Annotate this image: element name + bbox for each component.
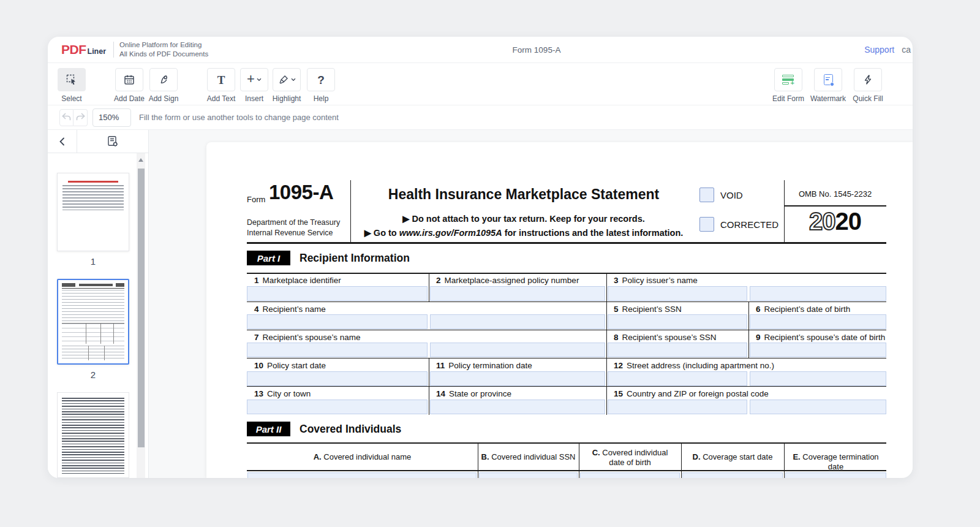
text-T-icon: T bbox=[217, 74, 225, 86]
add-text-tool[interactable]: T Add Text bbox=[207, 68, 235, 105]
omb-number: OMB No. 1545-2232 bbox=[784, 189, 886, 199]
input-field-12b[interactable] bbox=[750, 371, 886, 386]
pages-settings-icon bbox=[106, 135, 119, 148]
grid-rule bbox=[247, 386, 886, 387]
input-field-12a[interactable] bbox=[608, 371, 747, 386]
thumb1-text-lines bbox=[62, 185, 124, 211]
form-instruction-1: ▶ Do not attach to your tax return. Keep… bbox=[350, 214, 697, 224]
scroll-up-arrow-icon[interactable] bbox=[138, 158, 143, 162]
input-field-4a[interactable] bbox=[247, 314, 428, 329]
part1-title: Recipient Information bbox=[300, 252, 410, 265]
corrected-checkbox[interactable] bbox=[699, 217, 714, 232]
grid-rule bbox=[247, 273, 886, 274]
input-field-7a[interactable] bbox=[247, 343, 428, 357]
field-label-14: 14State or province bbox=[436, 389, 511, 398]
sidebar-scrollbar[interactable] bbox=[137, 153, 145, 478]
field-label-13: 13City or town bbox=[254, 389, 311, 398]
input-field-2[interactable] bbox=[430, 286, 605, 301]
watermark-tool[interactable]: Watermark bbox=[814, 68, 842, 105]
tax-year: 2020 bbox=[784, 208, 886, 235]
form-instruction-2: ▶ Go to www.irs.gov/Form1095A for instru… bbox=[350, 228, 697, 238]
input-coverage-start[interactable] bbox=[682, 472, 783, 478]
field-label-2: 2Marketplace-assigned policy number bbox=[436, 276, 579, 285]
grid-rule bbox=[247, 330, 886, 330]
select-tool[interactable]: Select bbox=[58, 68, 86, 105]
page-number-2: 2 bbox=[57, 370, 129, 380]
edit-form-bars-icon: + bbox=[782, 75, 794, 85]
input-field-15a[interactable] bbox=[608, 400, 747, 414]
omb-underline bbox=[784, 205, 886, 207]
add-date-tool[interactable]: Add Date bbox=[115, 68, 143, 105]
field-label-4: 4Recipient’s name bbox=[254, 305, 326, 314]
input-field-5[interactable] bbox=[608, 314, 747, 329]
account-label[interactable]: ca bbox=[902, 45, 911, 55]
grid-rule bbox=[247, 301, 886, 302]
input-field-4b[interactable] bbox=[430, 314, 605, 329]
page-settings-button[interactable] bbox=[77, 130, 148, 153]
scrollbar-thumb[interactable] bbox=[138, 169, 145, 447]
input-field-3b[interactable] bbox=[750, 286, 886, 301]
pages-sidebar: 1 2 bbox=[48, 130, 149, 478]
top-header: PDFLiner Online Platform for Editing All… bbox=[48, 37, 913, 63]
void-checkbox[interactable] bbox=[699, 188, 714, 202]
page-thumbnail-2-selected[interactable] bbox=[57, 279, 129, 365]
input-coverage-end[interactable] bbox=[785, 472, 886, 478]
input-covered-ssn[interactable] bbox=[479, 472, 578, 478]
edit-form-tool[interactable]: + Edit Form bbox=[774, 68, 802, 105]
input-field-13[interactable] bbox=[247, 400, 428, 414]
insert-tool[interactable]: + Insert bbox=[240, 68, 268, 105]
input-field-10[interactable] bbox=[247, 371, 428, 386]
page-number-1: 1 bbox=[57, 256, 129, 267]
input-field-3a[interactable] bbox=[608, 286, 747, 301]
input-field-11[interactable] bbox=[430, 371, 605, 386]
back-chevron-icon bbox=[58, 137, 67, 146]
add-sign-tool[interactable]: Add Sign bbox=[149, 68, 178, 105]
input-field-1[interactable] bbox=[247, 286, 428, 301]
toolbar-hint-text: Fill the form or use another tools to ch… bbox=[139, 113, 339, 122]
field-label-15: 15Country and ZIP or foreign postal code bbox=[614, 389, 769, 398]
chevron-down-icon bbox=[291, 78, 296, 82]
input-covered-dob[interactable] bbox=[580, 472, 680, 478]
form-number: 1095-A bbox=[269, 181, 333, 204]
field-label-5: 5Recipient’s SSN bbox=[614, 305, 682, 314]
input-covered-name[interactable] bbox=[247, 472, 477, 478]
pdfliner-logo[interactable]: PDFLiner bbox=[61, 42, 106, 57]
field-label-1: 1Marketplace identifier bbox=[254, 276, 341, 285]
thumb3-text-column-left bbox=[62, 398, 93, 474]
undo-button[interactable] bbox=[59, 109, 74, 126]
plus-icon: + bbox=[247, 72, 255, 86]
column-header-E: E. Coverage termination date bbox=[785, 452, 886, 472]
select-cursor-icon bbox=[66, 74, 78, 86]
tagline: Online Platform for Editing All Kinds of… bbox=[119, 40, 208, 59]
input-field-15b[interactable] bbox=[750, 400, 886, 414]
collapse-sidebar-button[interactable] bbox=[48, 130, 77, 153]
input-field-6[interactable] bbox=[750, 314, 886, 329]
help-tool[interactable]: ? Help bbox=[307, 68, 335, 105]
form-page: Form 1095-A Department of the Treasury I… bbox=[206, 142, 913, 478]
field-label-7: 7Recipient’s spouse’s name bbox=[254, 333, 361, 342]
redo-button[interactable] bbox=[74, 109, 88, 126]
form-word: Form bbox=[247, 195, 265, 204]
input-field-14[interactable] bbox=[430, 400, 605, 414]
page-thumbnail-1[interactable] bbox=[57, 173, 129, 251]
field-label-11: 11Policy termination date bbox=[436, 361, 532, 370]
sub-toolbar: 150% Fill the form or use another tools … bbox=[48, 105, 913, 130]
dept-line-1: Department of the Treasury bbox=[247, 218, 340, 227]
input-field-8[interactable] bbox=[608, 343, 747, 357]
input-field-7b[interactable] bbox=[430, 343, 605, 357]
lightning-bolt-icon bbox=[862, 74, 873, 85]
field-label-6: 6Recipient’s date of birth bbox=[756, 305, 850, 314]
page-thumbnail-3[interactable] bbox=[57, 392, 129, 478]
input-field-9[interactable] bbox=[750, 343, 886, 357]
dept-line-2: Internal Revenue Service bbox=[247, 229, 333, 237]
support-link[interactable]: Support bbox=[864, 45, 894, 55]
zoom-level-input[interactable]: 150% bbox=[92, 108, 131, 127]
highlight-tool[interactable]: Highlight bbox=[273, 68, 301, 105]
thumb2-form-rows bbox=[62, 290, 124, 322]
quick-fill-tool[interactable]: Quick Fill bbox=[854, 68, 882, 105]
chevron-down-icon bbox=[257, 78, 262, 82]
table-top-rule bbox=[247, 442, 886, 444]
void-label: VOID bbox=[720, 190, 743, 200]
form-title: Health Insurance Marketplace Statement bbox=[350, 186, 697, 203]
highlight-brush-icon bbox=[278, 74, 289, 85]
